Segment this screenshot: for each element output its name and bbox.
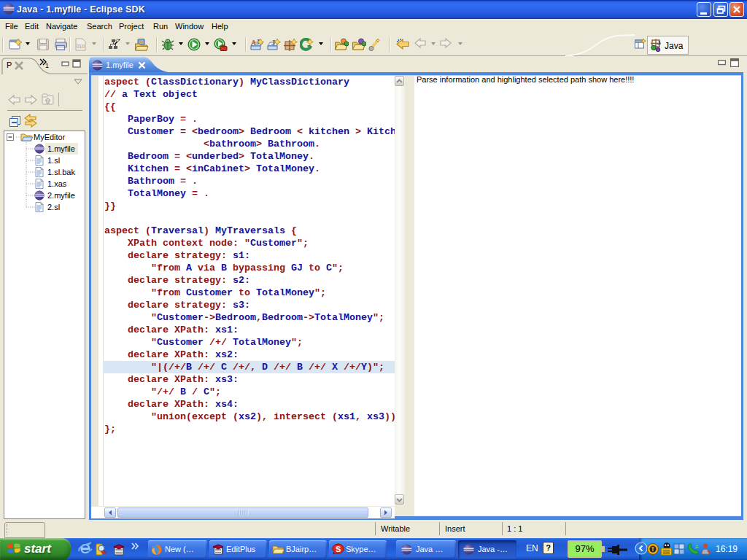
svg-text:010: 010 (77, 44, 85, 49)
svg-text:S: S (336, 545, 341, 553)
svg-text:1: 1 (45, 62, 49, 69)
svg-text:J: J (657, 39, 661, 47)
